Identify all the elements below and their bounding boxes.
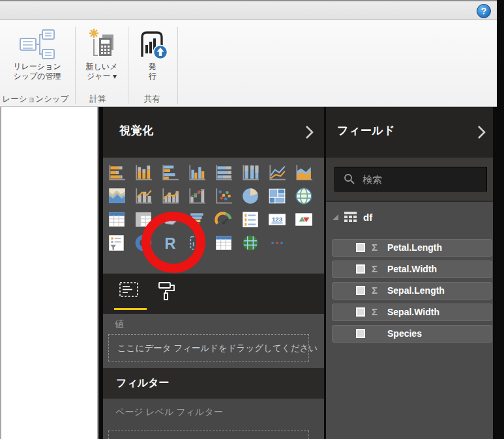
search-icon (344, 173, 355, 185)
field-list: df Σ Petal.Length Σ Petal.Width Σ Sepal.… (326, 202, 493, 439)
field-checkbox[interactable] (356, 243, 365, 252)
filters-header: フィルター (103, 368, 324, 399)
button-label: シップの管理 (1, 72, 73, 81)
stacked-bar-chart-icon[interactable] (107, 163, 126, 182)
ribbon-separator (177, 27, 178, 104)
field-item-sepal-length[interactable]: Σ Sepal.Length (332, 282, 492, 300)
field-name: Petal.Length (387, 242, 442, 253)
table-icon[interactable] (107, 210, 126, 229)
donut-chart-icon[interactable] (134, 233, 153, 253)
fields-pane: フィールド (326, 107, 493, 439)
line-and-stacked-column-chart-icon[interactable] (134, 186, 153, 206)
ribbon-group-label: 共有 (144, 94, 160, 105)
format-tab[interactable] (157, 281, 177, 302)
ribbon-group-label: 計算 (90, 94, 106, 105)
waterfall-chart-icon[interactable] (187, 186, 207, 206)
help-icon[interactable]: ? (477, 4, 491, 18)
visualizations-pane: 視覚化 123R 値 (103, 107, 324, 439)
treemap-icon[interactable] (267, 186, 287, 206)
button-label: リレーション (1, 62, 73, 72)
collapse-pane-chevron-icon[interactable] (305, 125, 314, 139)
filled-map-icon[interactable] (160, 210, 180, 229)
search-strip (326, 158, 493, 202)
pie-chart-icon[interactable] (241, 186, 260, 206)
funnel-icon[interactable] (187, 210, 207, 229)
field-checkbox[interactable] (356, 329, 365, 338)
grid-icon[interactable] (214, 233, 233, 253)
clustered-column-chart-icon[interactable] (187, 163, 207, 182)
page-level-filters-label: ページ レベル フィルター (115, 406, 223, 418)
values-label: 値 (115, 319, 124, 330)
table-icon (344, 211, 357, 223)
publish-icon (136, 28, 170, 61)
field-item-petal-length[interactable]: Σ Petal.Length (332, 239, 492, 257)
search-input[interactable] (361, 167, 485, 191)
100-stacked-column-chart-icon[interactable] (241, 163, 260, 182)
field-name: Sepal.Length (387, 285, 445, 296)
table-name: df (363, 212, 372, 223)
field-name: Petal.Width (387, 264, 437, 274)
field-checkbox[interactable] (356, 286, 365, 295)
manage-relationships-icon (18, 28, 56, 61)
line-and-clustered-column-chart-icon[interactable] (160, 186, 180, 206)
map-icon[interactable] (294, 186, 314, 206)
arcgis-map-icon[interactable] (241, 233, 260, 253)
slicer-icon[interactable] (107, 233, 126, 253)
fields-tab[interactable] (119, 281, 140, 300)
r-script-visual-icon[interactable]: R (160, 233, 180, 253)
new-measure-button[interactable]: 新しいメ ジャー ▾ (77, 25, 126, 81)
visualizations-title: 視覚化 (119, 123, 154, 138)
visualizations-header: 視覚化 (103, 107, 324, 158)
scatter-chart-icon[interactable] (214, 186, 233, 206)
multi-row-card-icon[interactable] (241, 210, 260, 229)
line-chart-icon[interactable] (267, 163, 287, 182)
button-label: ジャー ▾ (77, 72, 126, 81)
field-name: Species (387, 328, 422, 339)
collapse-pane-chevron-icon[interactable] (477, 125, 486, 139)
kpi-icon[interactable] (294, 210, 314, 229)
svg-text:R: R (164, 235, 175, 252)
stacked-column-chart-icon[interactable] (134, 163, 153, 182)
custom-visual-icon[interactable] (187, 233, 207, 253)
sigma-icon: Σ (372, 306, 378, 317)
search-box (334, 167, 487, 191)
100-stacked-bar-chart-icon[interactable] (214, 163, 233, 182)
matrix-icon[interactable] (134, 210, 153, 229)
expand-triangle-icon[interactable] (332, 214, 340, 221)
more-options-icon[interactable] (267, 233, 287, 253)
fields-title: フィールド (337, 123, 395, 138)
area-chart-icon[interactable] (294, 163, 314, 182)
values-section: 値 ここにデータ フィールドをドラッグしてください (103, 314, 324, 368)
clustered-bar-chart-icon[interactable] (160, 163, 180, 182)
publish-button[interactable]: 発 行 (130, 25, 175, 81)
page-filter-drop-zone[interactable] (108, 431, 309, 439)
field-item-petal-width[interactable]: Σ Petal.Width (332, 261, 492, 278)
field-checkbox[interactable] (356, 307, 365, 317)
ribbon: リレーション シップの管理 新しいメ ジャー ▾ (0, 20, 497, 107)
filters-body: ページ レベル フィルター (103, 399, 324, 439)
fields-header: フィールド (326, 107, 493, 158)
field-name: Sepal.Width (387, 307, 439, 317)
table-row-df[interactable]: df (326, 210, 493, 227)
manage-relationships-button[interactable]: リレーション シップの管理 (1, 25, 73, 81)
report-canvas[interactable] (0, 107, 98, 439)
field-drop-zone[interactable]: ここにデータ フィールドをドラッグしてください (108, 334, 309, 361)
sigma-icon: Σ (372, 242, 378, 253)
card-icon[interactable]: 123 (267, 210, 287, 229)
sigma-icon: Σ (372, 285, 378, 296)
ribbon-separator (128, 27, 128, 104)
field-item-sepal-width[interactable]: Σ Sepal.Width (332, 304, 492, 321)
ribbon-group-label: リレーションシップ (0, 94, 68, 105)
stacked-area-chart-icon[interactable] (107, 186, 126, 206)
field-item-species[interactable]: Species (332, 325, 492, 343)
drop-zone-placeholder: ここにデータ フィールドをドラッグしてください (117, 343, 318, 354)
field-checkbox[interactable] (356, 264, 365, 274)
sigma-icon: Σ (372, 263, 378, 274)
visualizations-tab-bar (103, 274, 324, 314)
visual-icon-grid: 123R (107, 163, 314, 253)
gauge-icon[interactable] (214, 210, 233, 229)
powerbi-window: ? リレーション シップの管理 (0, 0, 504, 439)
filters-title: フィルター (116, 376, 170, 390)
button-label: 新しいメ (77, 62, 126, 72)
button-label: 発 (130, 62, 175, 72)
